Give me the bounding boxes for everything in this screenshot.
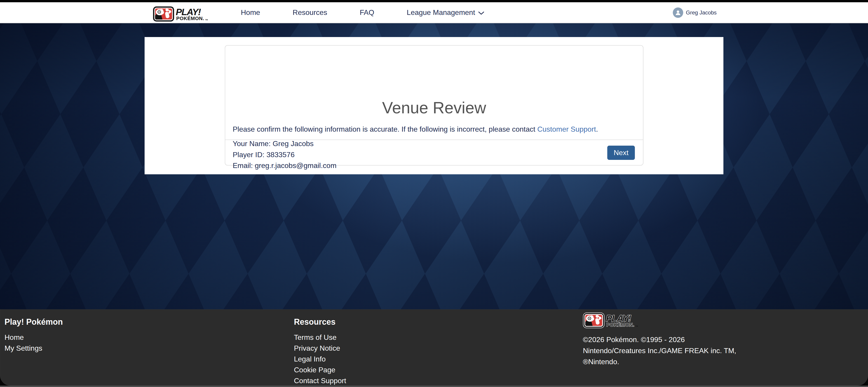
nav-item-resources-label: Resources <box>292 8 327 17</box>
next-button[interactable]: Next <box>607 146 635 160</box>
logo-tm-mark: TM <box>205 19 208 21</box>
page-title: Venue Review <box>225 98 643 118</box>
nav-item-home[interactable]: Home <box>224 2 276 23</box>
copyright-line: ®Nintendo. <box>583 356 736 367</box>
nav-links: Home Resources FAQ League Management <box>224 2 500 23</box>
copyright-text: ©2026 Pokémon. ©1995 - 2026 Nintendo/Cre… <box>583 334 736 367</box>
nav-item-home-label: Home <box>241 8 260 17</box>
nav-item-league-management[interactable]: League Management <box>391 2 500 23</box>
play-pokemon-logo-footer: PLAY! POKÉMON. TM <box>583 313 651 328</box>
footer-link-home[interactable]: Home <box>4 332 63 343</box>
footer-link-cookie-page[interactable]: Cookie Page <box>294 364 346 375</box>
person-icon <box>675 9 681 16</box>
customer-support-link[interactable]: Customer Support <box>537 125 596 133</box>
footer-link-my-settings[interactable]: My Settings <box>4 343 63 354</box>
nav-item-resources[interactable]: Resources <box>276 2 343 23</box>
footer-heading: Resources <box>294 317 346 327</box>
card-footer: Next <box>225 139 643 165</box>
nav-item-faq-label: FAQ <box>360 8 374 17</box>
navbar: PLAY! POKÉMON. TM Home Resources FAQ Lea… <box>0 2 868 23</box>
top-window-strip <box>0 0 868 2</box>
footer-column-play-pokemon: Play! Pokémon Home My Settings <box>4 317 63 354</box>
logo-pokemon-wordmark: POKÉMON. <box>607 322 634 328</box>
venue-review-card: Venue Review Please confirm the followin… <box>225 45 644 165</box>
copyright-line: Nintendo/Creatures Inc./GAME FREAK inc. … <box>583 345 736 356</box>
footer-link-privacy-notice[interactable]: Privacy Notice <box>294 343 346 354</box>
instructions-text: Please confirm the following information… <box>233 125 537 133</box>
footer-links: Terms of Use Privacy Notice Legal Info C… <box>294 332 346 386</box>
instructions-text-suffix: . <box>596 125 598 133</box>
user-menu[interactable]: Greg Jacobs <box>673 2 717 23</box>
play-pokemon-badge-icon <box>583 313 604 328</box>
play-pokemon-logo[interactable]: PLAY! POKÉMON. TM <box>153 6 220 22</box>
chevron-down-icon <box>478 11 484 15</box>
user-avatar <box>673 7 683 18</box>
footer-column-resources: Resources Terms of Use Privacy Notice Le… <box>294 317 346 386</box>
footer-column-legal: PLAY! POKÉMON. TM ©2026 Pokémon. ©1995 -… <box>583 313 736 367</box>
nav-item-faq[interactable]: FAQ <box>343 2 391 23</box>
play-pokemon-badge-icon <box>153 6 174 22</box>
footer-link-contact-support[interactable]: Contact Support <box>294 375 346 386</box>
footer-links: Home My Settings <box>4 332 63 354</box>
footer-link-terms-of-use[interactable]: Terms of Use <box>294 332 346 343</box>
footer-baseboard <box>0 386 868 387</box>
copyright-line: ©2026 Pokémon. ©1995 - 2026 <box>583 334 736 345</box>
footer-link-legal-info[interactable]: Legal Info <box>294 354 346 364</box>
logo-pokemon-wordmark: POKÉMON. <box>176 15 204 21</box>
footer-heading: Play! Pokémon <box>4 317 63 327</box>
logo-tm-mark: TM <box>635 325 638 327</box>
confirmation-instructions: Please confirm the following information… <box>233 124 637 135</box>
user-name: Greg Jacobs <box>686 9 717 16</box>
footer: Play! Pokémon Home My Settings Resources… <box>0 309 868 387</box>
footer-panel: Play! Pokémon Home My Settings Resources… <box>0 309 868 386</box>
nav-item-league-management-label: League Management <box>407 8 475 17</box>
